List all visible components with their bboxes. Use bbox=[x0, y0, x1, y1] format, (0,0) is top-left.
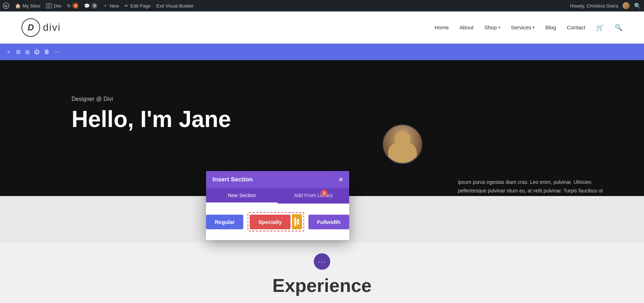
divi-item[interactable]: D Divi bbox=[46, 3, 62, 9]
site-nav: Home About Shop ▾ Services ▾ Blog Contac… bbox=[434, 24, 623, 31]
toolbar-more-icon[interactable]: ⋯ bbox=[54, 49, 60, 55]
nav-about[interactable]: About bbox=[459, 24, 473, 30]
svg-text:W: W bbox=[5, 4, 8, 8]
nav-contact[interactable]: Contact bbox=[567, 24, 585, 30]
modal-body: Regular Specialty Fullwidth bbox=[206, 204, 349, 240]
comments-icon: 💬 bbox=[84, 3, 90, 9]
toolbar-settings-icon[interactable]: ⚙ bbox=[16, 49, 21, 55]
tab-new-section[interactable]: New Section bbox=[206, 188, 278, 204]
shop-chevron-icon: ▾ bbox=[498, 25, 500, 29]
nav-shop-label: Shop bbox=[484, 24, 497, 30]
admin-bar: W 🏠 My Sites D Divi ↻ 4 💬 0 ＋ New ✏ Edit… bbox=[0, 0, 644, 11]
toolbar-layout-icon[interactable]: ⊞ bbox=[25, 49, 30, 55]
divi-icon: D bbox=[46, 3, 52, 8]
toolbar-delete-icon[interactable]: 🗑 bbox=[44, 49, 50, 55]
insert-section-modal: Insert Section × New Section Add From Li… bbox=[206, 171, 349, 240]
plus-icon: ＋ bbox=[103, 3, 108, 9]
fullwidth-button[interactable]: Fullwidth bbox=[308, 215, 349, 229]
exit-builder-item[interactable]: Exit Visual Builder bbox=[156, 3, 194, 9]
site-header: D divi Home About Shop ▾ Services ▾ Blog… bbox=[0, 11, 644, 44]
nav-blog[interactable]: Blog bbox=[545, 24, 556, 30]
divi-label: Divi bbox=[54, 3, 62, 9]
new-label: New bbox=[109, 3, 119, 9]
modal-header: Insert Section × bbox=[206, 171, 349, 188]
user-avatar[interactable] bbox=[623, 2, 630, 9]
comments-item[interactable]: 💬 0 bbox=[84, 3, 97, 9]
updates-item[interactable]: ↻ 4 bbox=[67, 3, 78, 9]
specialty-wrapper: Specialty bbox=[248, 212, 304, 231]
modal-close-button[interactable]: × bbox=[339, 176, 343, 183]
logo-text: divi bbox=[43, 22, 61, 33]
updates-badge: 4 bbox=[73, 3, 78, 9]
tab-add-from-library[interactable]: Add From Library 2 bbox=[278, 188, 349, 204]
my-sites-icon: 🏠 bbox=[15, 3, 21, 9]
services-chevron-icon: ▾ bbox=[533, 25, 535, 29]
svg-rect-2 bbox=[294, 218, 296, 226]
new-item[interactable]: ＋ New bbox=[103, 3, 119, 9]
user-greeting: Howdy, Christina Gwira bbox=[570, 3, 618, 9]
logo-circle-d: D bbox=[21, 18, 40, 37]
comments-badge: 0 bbox=[92, 3, 97, 9]
specialty-icon bbox=[292, 214, 302, 229]
search-icon[interactable]: 🔍 bbox=[615, 24, 623, 31]
my-sites-label: My Sites bbox=[23, 3, 40, 9]
nav-services[interactable]: Services ▾ bbox=[511, 24, 535, 30]
hero-avatar-image bbox=[384, 126, 421, 163]
builder-toolbar: ＋ ⚙ ⊞ ⏻ 🗑 ⋯ bbox=[0, 44, 644, 60]
hero-title: Hello, I'm Jane bbox=[72, 107, 322, 132]
svg-rect-3 bbox=[297, 219, 299, 225]
nav-services-label: Services bbox=[511, 24, 532, 30]
nav-home[interactable]: Home bbox=[434, 24, 449, 30]
dots-label: ··· bbox=[318, 258, 326, 266]
wp-logo-item[interactable]: W bbox=[3, 3, 9, 9]
site-logo[interactable]: D divi bbox=[21, 18, 61, 37]
logo-letter: D bbox=[28, 23, 34, 33]
regular-button[interactable]: Regular bbox=[206, 215, 243, 229]
exit-builder-label: Exit Visual Builder bbox=[156, 3, 194, 9]
updates-icon: ↻ bbox=[67, 3, 71, 9]
toolbar-add-icon[interactable]: ＋ bbox=[6, 48, 11, 56]
new-section-tab-label: New Section bbox=[228, 192, 256, 198]
modal-tabs: New Section Add From Library 2 bbox=[206, 188, 349, 204]
cart-icon[interactable]: 🛒 bbox=[596, 24, 604, 31]
admin-bar-right: Howdy, Christina Gwira 🔍 bbox=[570, 2, 641, 9]
experience-title: Experience bbox=[272, 275, 372, 296]
hero-avatar bbox=[383, 124, 422, 164]
tab-badge-2: 2 bbox=[321, 190, 328, 197]
my-sites-item[interactable]: 🏠 My Sites bbox=[15, 3, 40, 9]
edit-page-item[interactable]: ✏ Edit Page bbox=[125, 3, 150, 9]
edit-page-label: Edit Page bbox=[130, 3, 150, 9]
pencil-icon: ✏ bbox=[125, 3, 128, 9]
nav-shop[interactable]: Shop ▾ bbox=[484, 24, 500, 30]
experience-dots-button[interactable]: ··· bbox=[314, 253, 330, 270]
modal-title: Insert Section bbox=[213, 176, 253, 183]
search-admin-icon[interactable]: 🔍 bbox=[634, 3, 641, 9]
hero-text: Designer @ Divi Hello, I'm Jane bbox=[72, 82, 322, 132]
toolbar-power-icon[interactable]: ⏻ bbox=[34, 49, 40, 55]
hero-subtitle: Designer @ Divi bbox=[72, 96, 322, 102]
hero-section: Designer @ Divi Hello, I'm Jane ipsum pu… bbox=[0, 60, 644, 196]
experience-section: ··· Experience bbox=[0, 243, 644, 303]
specialty-button[interactable]: Specialty bbox=[250, 215, 291, 229]
